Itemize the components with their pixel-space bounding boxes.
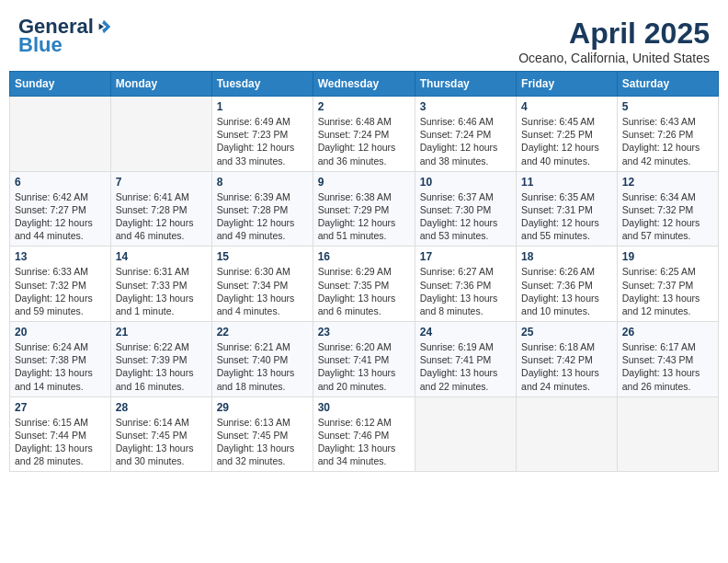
calendar-cell: 22Sunrise: 6:21 AM Sunset: 7:40 PM Dayli…	[211, 322, 313, 397]
day-number: 14	[116, 250, 207, 263]
calendar-cell: 14Sunrise: 6:31 AM Sunset: 7:33 PM Dayli…	[110, 247, 211, 322]
day-number: 29	[217, 401, 308, 414]
calendar-cell	[10, 97, 111, 172]
calendar-cell: 25Sunrise: 6:18 AM Sunset: 7:42 PM Dayli…	[517, 322, 618, 397]
day-number: 9	[318, 176, 410, 189]
day-number: 23	[318, 326, 410, 339]
day-number: 10	[420, 176, 511, 189]
calendar-cell: 8Sunrise: 6:39 AM Sunset: 7:28 PM Daylig…	[211, 171, 313, 247]
day-number: 26	[622, 326, 713, 339]
day-number: 6	[15, 176, 106, 189]
calendar-cell	[110, 97, 211, 172]
day-info: Sunrise: 6:48 AM Sunset: 7:24 PM Dayligh…	[318, 115, 410, 167]
day-info: Sunrise: 6:12 AM Sunset: 7:46 PM Dayligh…	[318, 416, 410, 468]
calendar-cell: 9Sunrise: 6:38 AM Sunset: 7:29 PM Daylig…	[313, 171, 415, 247]
day-number: 12	[622, 176, 713, 189]
day-number: 4	[521, 100, 612, 113]
day-number: 5	[622, 100, 713, 113]
day-number: 8	[217, 176, 308, 189]
logo: General Blue	[18, 17, 112, 57]
day-info: Sunrise: 6:43 AM Sunset: 7:26 PM Dayligh…	[622, 115, 713, 167]
day-number: 7	[116, 176, 207, 189]
calendar-cell: 21Sunrise: 6:22 AM Sunset: 7:39 PM Dayli…	[110, 322, 211, 397]
calendar-cell: 28Sunrise: 6:14 AM Sunset: 7:45 PM Dayli…	[110, 396, 211, 472]
weekday-header: Tuesday	[211, 72, 313, 97]
day-info: Sunrise: 6:46 AM Sunset: 7:24 PM Dayligh…	[420, 115, 511, 167]
calendar-cell: 5Sunrise: 6:43 AM Sunset: 7:26 PM Daylig…	[617, 97, 718, 172]
day-number: 25	[521, 326, 612, 339]
calendar-cell: 16Sunrise: 6:29 AM Sunset: 7:35 PM Dayli…	[313, 247, 415, 322]
day-info: Sunrise: 6:33 AM Sunset: 7:32 PM Dayligh…	[15, 265, 106, 317]
weekday-header: Wednesday	[313, 72, 415, 97]
calendar-cell: 15Sunrise: 6:30 AM Sunset: 7:34 PM Dayli…	[211, 247, 313, 322]
day-info: Sunrise: 6:19 AM Sunset: 7:41 PM Dayligh…	[420, 340, 511, 393]
day-number: 16	[318, 250, 410, 263]
calendar-cell: 23Sunrise: 6:20 AM Sunset: 7:41 PM Dayli…	[313, 322, 415, 397]
day-info: Sunrise: 6:18 AM Sunset: 7:42 PM Dayligh…	[521, 340, 612, 393]
calendar-cell	[517, 396, 618, 472]
logo-icon	[96, 18, 112, 35]
day-number: 11	[521, 176, 612, 189]
calendar-cell: 27Sunrise: 6:15 AM Sunset: 7:44 PM Dayli…	[10, 396, 111, 472]
day-info: Sunrise: 6:14 AM Sunset: 7:45 PM Dayligh…	[116, 416, 207, 468]
day-number: 27	[15, 401, 106, 414]
calendar-cell: 3Sunrise: 6:46 AM Sunset: 7:24 PM Daylig…	[415, 97, 516, 172]
page-header: General Blue April 2025 Oceano, Californ…	[9, 9, 719, 71]
calendar-cell: 2Sunrise: 6:48 AM Sunset: 7:24 PM Daylig…	[313, 97, 415, 172]
calendar-cell	[415, 396, 516, 472]
day-number: 22	[217, 326, 308, 339]
calendar-week-row: 20Sunrise: 6:24 AM Sunset: 7:38 PM Dayli…	[10, 322, 719, 397]
day-info: Sunrise: 6:15 AM Sunset: 7:44 PM Dayligh…	[15, 416, 106, 468]
day-info: Sunrise: 6:31 AM Sunset: 7:33 PM Dayligh…	[116, 265, 207, 317]
calendar-cell: 17Sunrise: 6:27 AM Sunset: 7:36 PM Dayli…	[415, 247, 516, 322]
calendar-cell: 12Sunrise: 6:34 AM Sunset: 7:32 PM Dayli…	[617, 171, 718, 247]
day-number: 28	[116, 401, 207, 414]
day-number: 15	[217, 250, 308, 263]
day-number: 18	[521, 250, 612, 263]
day-info: Sunrise: 6:35 AM Sunset: 7:31 PM Dayligh…	[521, 190, 612, 243]
calendar-cell: 26Sunrise: 6:17 AM Sunset: 7:43 PM Dayli…	[617, 322, 718, 397]
day-info: Sunrise: 6:29 AM Sunset: 7:35 PM Dayligh…	[318, 265, 410, 317]
calendar-cell: 4Sunrise: 6:45 AM Sunset: 7:25 PM Daylig…	[517, 97, 618, 172]
calendar-cell: 13Sunrise: 6:33 AM Sunset: 7:32 PM Dayli…	[10, 247, 111, 322]
day-info: Sunrise: 6:49 AM Sunset: 7:23 PM Dayligh…	[217, 115, 308, 167]
calendar-cell: 6Sunrise: 6:42 AM Sunset: 7:27 PM Daylig…	[10, 171, 111, 247]
day-info: Sunrise: 6:21 AM Sunset: 7:40 PM Dayligh…	[217, 340, 308, 393]
day-info: Sunrise: 6:24 AM Sunset: 7:38 PM Dayligh…	[15, 340, 106, 393]
day-info: Sunrise: 6:26 AM Sunset: 7:36 PM Dayligh…	[521, 265, 612, 317]
location-subtitle: Oceano, California, United States	[518, 51, 710, 65]
day-number: 2	[318, 100, 410, 113]
calendar-cell: 11Sunrise: 6:35 AM Sunset: 7:31 PM Dayli…	[517, 171, 618, 247]
day-number: 3	[420, 100, 511, 113]
day-info: Sunrise: 6:39 AM Sunset: 7:28 PM Dayligh…	[217, 190, 308, 243]
month-title: April 2025	[518, 17, 710, 51]
calendar-table: SundayMondayTuesdayWednesdayThursdayFrid…	[9, 71, 719, 472]
day-info: Sunrise: 6:13 AM Sunset: 7:45 PM Dayligh…	[217, 416, 308, 468]
day-info: Sunrise: 6:42 AM Sunset: 7:27 PM Dayligh…	[15, 190, 106, 243]
svg-marker-1	[99, 23, 104, 29]
day-info: Sunrise: 6:22 AM Sunset: 7:39 PM Dayligh…	[116, 340, 207, 393]
day-info: Sunrise: 6:25 AM Sunset: 7:37 PM Dayligh…	[622, 265, 713, 317]
day-number: 19	[622, 250, 713, 263]
weekday-header: Monday	[110, 72, 211, 97]
title-area: April 2025 Oceano, California, United St…	[518, 17, 710, 65]
day-number: 17	[420, 250, 511, 263]
calendar-cell: 18Sunrise: 6:26 AM Sunset: 7:36 PM Dayli…	[517, 247, 618, 322]
day-number: 13	[15, 250, 106, 263]
calendar-week-row: 1Sunrise: 6:49 AM Sunset: 7:23 PM Daylig…	[10, 97, 719, 172]
day-info: Sunrise: 6:27 AM Sunset: 7:36 PM Dayligh…	[420, 265, 511, 317]
day-number: 24	[420, 326, 511, 339]
logo-blue: Blue	[18, 33, 63, 57]
calendar-cell: 24Sunrise: 6:19 AM Sunset: 7:41 PM Dayli…	[415, 322, 516, 397]
day-info: Sunrise: 6:34 AM Sunset: 7:32 PM Dayligh…	[622, 190, 713, 243]
weekday-header: Saturday	[617, 72, 718, 97]
calendar-week-row: 6Sunrise: 6:42 AM Sunset: 7:27 PM Daylig…	[10, 171, 719, 247]
calendar-cell: 19Sunrise: 6:25 AM Sunset: 7:37 PM Dayli…	[617, 247, 718, 322]
calendar-week-row: 13Sunrise: 6:33 AM Sunset: 7:32 PM Dayli…	[10, 247, 719, 322]
calendar-cell: 7Sunrise: 6:41 AM Sunset: 7:28 PM Daylig…	[110, 171, 211, 247]
day-info: Sunrise: 6:30 AM Sunset: 7:34 PM Dayligh…	[217, 265, 308, 317]
calendar-cell: 1Sunrise: 6:49 AM Sunset: 7:23 PM Daylig…	[211, 97, 313, 172]
day-info: Sunrise: 6:37 AM Sunset: 7:30 PM Dayligh…	[420, 190, 511, 243]
weekday-header: Friday	[517, 72, 618, 97]
calendar-cell: 29Sunrise: 6:13 AM Sunset: 7:45 PM Dayli…	[211, 396, 313, 472]
